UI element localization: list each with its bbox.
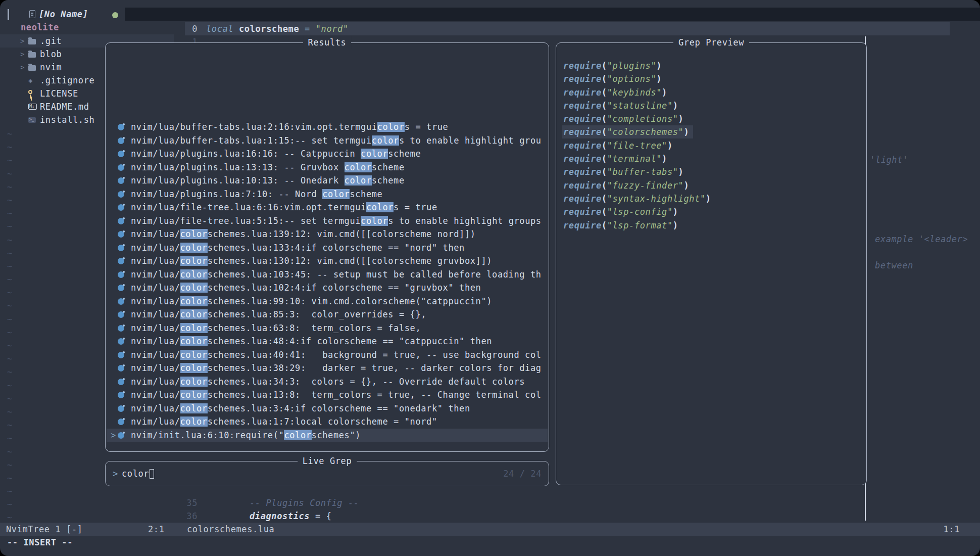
function-require: require — [563, 141, 602, 151]
match-post: s = true — [394, 202, 437, 212]
result-row[interactable]: nvim/lua/colorschemes.lua:133:4:if color… — [107, 241, 548, 255]
function-require: require — [563, 167, 602, 177]
function-require: require — [563, 194, 602, 204]
right-split-fragment: between — [875, 259, 913, 272]
match-pre: nvim/lua/buffer-tabs.lua:1:15:-- set ter… — [131, 135, 372, 146]
match-highlight: color — [180, 269, 208, 280]
close-paren: ) — [673, 220, 678, 230]
result-row[interactable]: nvim/lua/colorschemes.lua:38:29: darker … — [107, 361, 548, 375]
result-row[interactable]: nvim/lua/colorschemes.lua:40:41: backgro… — [107, 348, 548, 362]
empty-line-tilde: ~ — [7, 326, 13, 339]
string-nord: "nord" — [316, 24, 349, 34]
result-row[interactable]: nvim/lua/plugins.lua:10:13: -- Onedark c… — [107, 174, 548, 188]
module-string: "lsp-format" — [607, 220, 673, 230]
result-row[interactable]: nvim/lua/colorschemes.lua:99:10: vim.cmd… — [107, 295, 548, 308]
preview-line[interactable]: require("buffer-tabs") — [557, 165, 865, 178]
module-string: "plugins" — [607, 61, 657, 71]
filetree-item-label: LICENSE — [40, 87, 78, 100]
match-pre: nvim/lua/file-tree.lua:6:16:vim.opt.term… — [131, 202, 366, 212]
result-row[interactable]: nvim/lua/plugins.lua:7:10: -- Nord color… — [107, 188, 548, 201]
result-row[interactable]: nvim/lua/plugins.lua:16:16: -- Catppucci… — [107, 147, 548, 161]
preview-line[interactable]: require("plugins") — [557, 59, 865, 72]
editor-line-36[interactable]: diagnostics = { — [250, 509, 332, 523]
result-row[interactable]: nvim/lua/colorschemes.lua:102:4:if color… — [107, 281, 548, 295]
lua-file-icon — [118, 124, 124, 130]
grep-preview-window: Grep Preview require("plugins")require("… — [556, 42, 867, 485]
result-row[interactable]: nvim/lua/file-tree.lua:5:15:-- set termg… — [107, 214, 548, 228]
result-row[interactable]: nvim/lua/colorschemes.lua:48:4:if colors… — [107, 335, 548, 348]
preview-line[interactable]: require("fuzzy-finder") — [557, 179, 865, 192]
result-row-text: nvim/lua/plugins.lua:7:10: -- Nord color… — [131, 188, 382, 201]
result-row-text: nvim/lua/colorschemes.lua:63:8: term_col… — [131, 321, 421, 335]
open-paren: ( — [602, 74, 607, 84]
filetree-item-label: install.sh — [40, 113, 94, 126]
preview-line[interactable]: require("lsp-config") — [557, 205, 865, 218]
close-paren: ) — [678, 167, 684, 177]
preview-line-code: require("options") — [563, 72, 666, 85]
open-paren: ( — [602, 101, 607, 111]
preview-line[interactable]: require("syntax-highlight") — [557, 192, 865, 205]
line-number-36: 36 — [184, 509, 198, 523]
lua-file-icon — [118, 164, 124, 171]
result-row[interactable]: nvim/lua/colorschemes.lua:63:8: term_col… — [107, 321, 548, 335]
result-row[interactable]: nvim/lua/buffer-tabs.lua:2:16:vim.opt.te… — [107, 120, 548, 134]
match-highlight: color — [180, 256, 208, 266]
result-row[interactable]: nvim/lua/colorschemes.lua:103:45: -- set… — [107, 268, 548, 282]
icon-slot — [28, 38, 37, 44]
match-pre: nvim/lua/plugins.lua:13:13: -- Gruvbox — [131, 162, 345, 172]
lua-file-icon — [118, 298, 124, 305]
result-row[interactable]: nvim/lua/colorschemes.lua:85:3: color_ov… — [107, 308, 548, 321]
match-highlight: color — [361, 149, 388, 159]
result-row-text: nvim/lua/buffer-tabs.lua:1:15:-- set ter… — [131, 134, 542, 147]
right-split-fragment: 'light' — [870, 153, 908, 166]
match-highlight: color — [377, 122, 405, 132]
result-row[interactable]: nvim/lua/colorschemes.lua:139:12: vim.cm… — [107, 227, 548, 241]
match-highlight: color — [180, 403, 208, 413]
result-row[interactable]: nvim/lua/colorschemes.lua:34:3: colors =… — [107, 375, 548, 389]
tab-no-name[interactable]: [No Name] — [29, 8, 88, 21]
match-post: schemes.lua:40:41: background = true, --… — [208, 350, 542, 360]
result-row-text: nvim/lua/colorschemes.lua:99:10: vim.cmd… — [131, 295, 492, 308]
icon-slot — [28, 64, 37, 71]
preview-line[interactable]: require("terminal") — [557, 152, 865, 165]
result-row[interactable]: nvim/lua/colorschemes.lua:1:7:local colo… — [107, 415, 548, 429]
preview-line[interactable]: require("keybinds") — [557, 86, 865, 99]
result-row[interactable]: nvim/lua/colorschemes.lua:130:12: vim.cm… — [107, 254, 548, 268]
preview-line[interactable]: require("statusline") — [557, 99, 865, 112]
filetree-item-label: blob — [40, 48, 62, 61]
result-row[interactable]: nvim/lua/colorschemes.lua:13:8: term_col… — [107, 388, 548, 402]
editor-line-0[interactable]: local colorscheme = "nord" — [206, 22, 349, 35]
livegrep-match-counter: 24 / 24 — [503, 467, 542, 480]
neovim-window: [No Name] 0 local colorscheme = "nord" 1… — [0, 0, 980, 556]
lua-file-icon — [118, 325, 124, 332]
match-pre: nvim/lua/ — [131, 416, 180, 427]
result-row[interactable]: nvim/lua/plugins.lua:13:13: -- Gruvbox c… — [107, 161, 548, 174]
close-paren: ) — [662, 154, 667, 164]
match-pre: nvim/lua/buffer-tabs.lua:2:16:vim.opt.te… — [131, 122, 377, 132]
module-string: "options" — [607, 74, 657, 84]
result-row-text: nvim/lua/colorschemes.lua:102:4:if color… — [131, 281, 481, 294]
close-paren: ) — [656, 61, 662, 71]
preview-line[interactable]: require("file-tree") — [557, 139, 865, 152]
folder-icon — [28, 65, 36, 71]
result-row[interactable]: nvim/lua/colorschemes.lua:3:4:if colorsc… — [107, 402, 548, 415]
empty-line-tilde: ~ — [7, 445, 13, 458]
preview-line-current[interactable]: require("colorschemes") — [557, 125, 865, 138]
close-paren: ) — [706, 194, 711, 204]
result-row-text: nvim/lua/plugins.lua:13:13: -- Gruvbox c… — [131, 161, 405, 174]
preview-line-code: require("file-tree") — [563, 139, 677, 152]
result-row-selected[interactable]: >nvim/init.lua:6:10:require("colorscheme… — [107, 429, 548, 442]
filetree-root-name[interactable]: neolite — [21, 21, 59, 34]
preview-line[interactable]: require("lsp-format") — [557, 219, 865, 232]
match-highlight: color — [180, 416, 208, 427]
result-row[interactable]: nvim/lua/file-tree.lua:6:16:vim.opt.term… — [107, 201, 548, 214]
livegrep-search-input[interactable]: color — [122, 467, 154, 480]
filetree-item-label: README.md — [40, 100, 89, 113]
result-row[interactable]: nvim/lua/buffer-tabs.lua:1:15:-- set ter… — [107, 134, 548, 148]
gitignore-icon: ◈ — [28, 74, 33, 87]
preview-line[interactable]: require("options") — [557, 72, 865, 85]
variable-diagnostics: diagnostics — [250, 511, 310, 521]
preview-line[interactable]: require("completions") — [557, 112, 865, 125]
empty-line-tilde: ~ — [7, 352, 13, 365]
match-highlight: color — [284, 430, 311, 440]
